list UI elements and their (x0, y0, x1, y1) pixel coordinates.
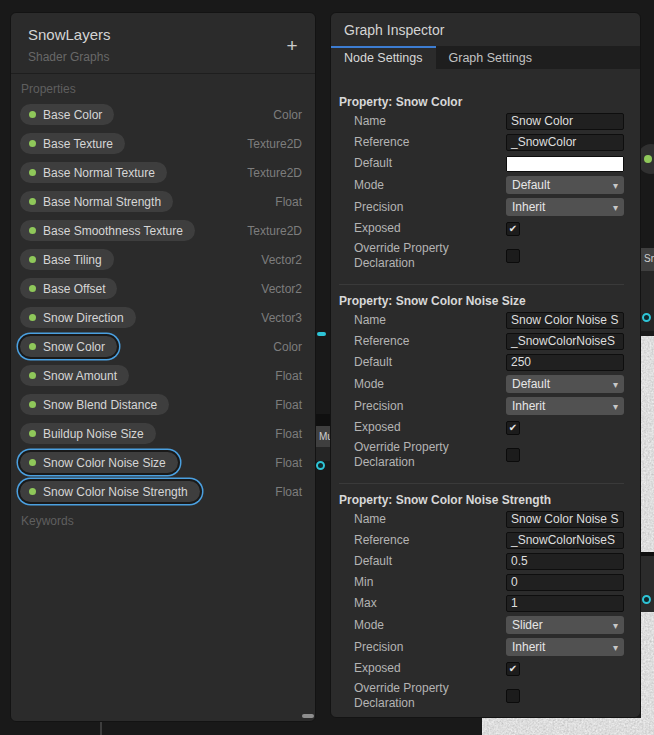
tab-node-settings[interactable]: Node Settings (331, 46, 436, 69)
checkbox[interactable] (506, 448, 520, 462)
property-pill-label: Snow Color (43, 340, 105, 354)
text-input[interactable]: 0 (506, 574, 624, 591)
field-row: ModeDefault▾ (339, 375, 624, 393)
property-pill[interactable]: Base Offset (20, 278, 117, 299)
property-row: Base Normal StrengthFloat (20, 187, 302, 216)
dropdown[interactable]: Default▾ (506, 176, 624, 194)
field-row: Reference_SnowColor (339, 134, 624, 151)
property-pill[interactable]: Snow Amount (20, 365, 129, 386)
checkbox[interactable] (506, 249, 520, 263)
property-group: Property: Snow ColorNameSnow ColorRefere… (339, 95, 624, 271)
node-fragment-multiply (316, 414, 330, 426)
blackboard-subtitle: Shader Graphs (28, 50, 299, 64)
dropdown-value: Inherit (512, 399, 545, 413)
checkbox-cell (506, 448, 624, 462)
property-pill[interactable]: Base Normal Strength (20, 191, 173, 212)
property-pill[interactable]: Base Tiling (20, 249, 114, 270)
text-input[interactable]: 1 (506, 595, 624, 612)
property-type-label: Vector2 (261, 253, 302, 267)
property-type-label: Texture2D (247, 137, 302, 151)
checkbox-cell (506, 689, 624, 703)
node-title-fragment: Sn (641, 248, 654, 271)
property-pill[interactable]: Buildup Noise Size (20, 423, 156, 444)
field-row: Exposed✔ (339, 220, 624, 237)
field-label: Default (339, 554, 392, 569)
port-icon (316, 461, 325, 470)
text-input[interactable]: Snow Color Noise S (506, 511, 624, 528)
color-swatch[interactable] (506, 156, 624, 172)
text-input[interactable]: _SnowColorNoiseS (506, 532, 624, 549)
text-input[interactable]: 0.5 (506, 553, 624, 570)
property-pill-label: Base Color (43, 108, 102, 122)
property-pill[interactable]: Snow Color Noise Size (20, 452, 178, 473)
property-pill[interactable]: Snow Color Noise Strength (20, 481, 200, 502)
dropdown[interactable]: Inherit▾ (506, 638, 624, 656)
text-input[interactable]: Snow Color Noise S (506, 312, 624, 329)
checkbox[interactable]: ✔ (506, 421, 520, 435)
field-label: Name (339, 313, 386, 328)
field-row: Min0 (339, 574, 624, 591)
field-label: Name (339, 114, 386, 129)
property-row: Buildup Noise SizeFloat (20, 419, 302, 448)
property-type-label: Float (275, 456, 302, 470)
property-dot-icon (29, 198, 36, 205)
property-type-label: Color (273, 108, 302, 122)
property-row: Snow AmountFloat (20, 361, 302, 390)
text-input[interactable]: Snow Color (506, 113, 624, 130)
property-row: Base Normal TextureTexture2D (20, 158, 302, 187)
dropdown-value: Default (512, 377, 550, 391)
field-label: Exposed (339, 420, 401, 435)
property-dot-icon (29, 488, 36, 495)
checkbox-cell: ✔ (506, 662, 624, 676)
property-dot-icon (29, 430, 36, 437)
property-pill[interactable]: Base Smoothness Texture (20, 220, 195, 241)
field-label: Mode (339, 618, 384, 633)
panel-resize-handle[interactable] (302, 714, 314, 718)
property-pill[interactable]: Snow Color (20, 336, 117, 357)
tab-graph-settings[interactable]: Graph Settings (436, 46, 545, 69)
checkbox[interactable]: ✔ (506, 662, 520, 676)
field-row: PrecisionInherit▾ (339, 397, 624, 415)
checkbox[interactable] (506, 689, 520, 703)
dropdown[interactable]: Inherit▾ (506, 397, 624, 415)
inspector-content: Property: Snow ColorNameSnow ColorRefere… (331, 69, 640, 711)
dropdown-arrow-icon: ▾ (613, 401, 618, 412)
dropdown[interactable]: Inherit▾ (506, 198, 624, 216)
dropdown-arrow-icon: ▾ (613, 202, 618, 213)
text-input[interactable]: _SnowColor (506, 134, 624, 151)
dropdown-value: Inherit (512, 200, 545, 214)
text-input[interactable]: 250 (506, 354, 624, 371)
property-pill[interactable]: Snow Blend Distance (20, 394, 169, 415)
dropdown[interactable]: Default▾ (506, 375, 624, 393)
checkbox-cell (506, 249, 624, 263)
field-row: PrecisionInherit▾ (339, 198, 624, 216)
dropdown-arrow-icon: ▾ (613, 379, 618, 390)
add-property-button[interactable]: + (281, 35, 303, 57)
property-pill-label: Snow Color Noise Strength (43, 485, 188, 499)
blackboard-title: SnowLayers (28, 26, 299, 43)
dropdown-value: Default (512, 178, 550, 192)
field-row: NameSnow Color Noise S (339, 511, 624, 528)
property-pill[interactable]: Base Texture (20, 133, 125, 154)
node-body-fragment (316, 447, 330, 461)
property-type-label: Texture2D (247, 166, 302, 180)
field-label: Exposed (339, 221, 401, 236)
property-type-label: Color (273, 340, 302, 354)
checkbox[interactable]: ✔ (506, 222, 520, 236)
property-type-label: Vector2 (261, 282, 302, 296)
field-label: Override Property Declaration (339, 440, 504, 470)
noise-preview-fragment (641, 612, 654, 735)
property-group: Property: Snow Color Noise StrengthNameS… (339, 483, 624, 711)
property-dot-icon (29, 111, 36, 118)
property-pill[interactable]: Snow Direction (20, 307, 136, 328)
field-row: Exposed✔ (339, 660, 624, 677)
property-pill[interactable]: Base Normal Texture (20, 162, 167, 183)
field-row: Default250 (339, 354, 624, 371)
dropdown[interactable]: Slider▾ (506, 616, 624, 634)
blackboard-panel: SnowLayers Shader Graphs + Properties Ba… (10, 12, 316, 722)
text-input[interactable]: _SnowColorNoiseS (506, 333, 624, 350)
noise-preview-fragment (641, 336, 654, 552)
field-row: PrecisionInherit▾ (339, 638, 624, 656)
property-pill[interactable]: Base Color (20, 104, 114, 125)
property-row: Base OffsetVector2 (20, 274, 302, 303)
